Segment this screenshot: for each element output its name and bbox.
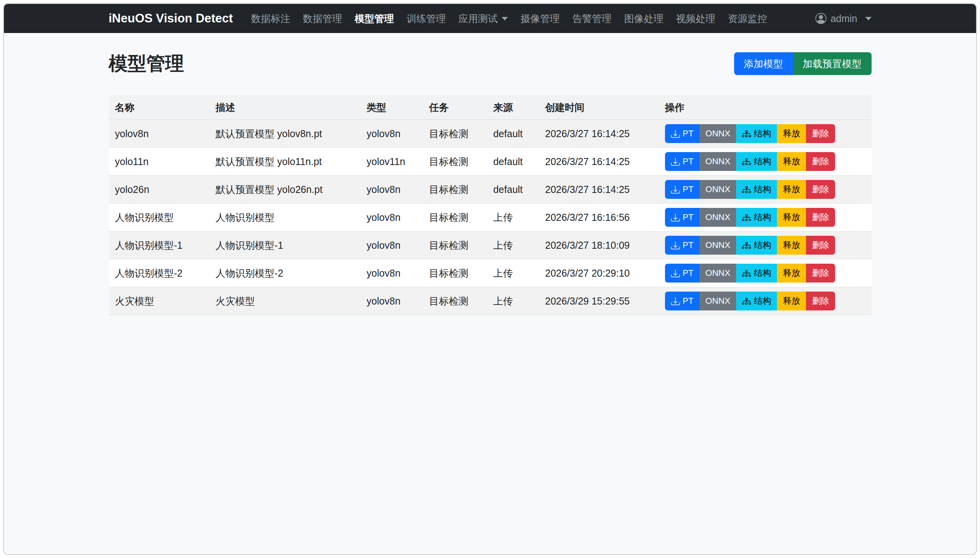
cell-created: 2026/3/27 18:10:09 — [539, 231, 659, 259]
download-pt-button[interactable]: PT — [665, 124, 700, 143]
diagram-icon — [742, 185, 751, 194]
nav-item-resource-monitoring[interactable]: 资源监控 — [722, 12, 773, 25]
delete-button[interactable]: 删除 — [806, 292, 835, 310]
structure-button[interactable]: 结构 — [736, 264, 777, 283]
navbar-container: iNeuOS Vision Detect 数据标注数据管理模型管理训练管理应用测… — [109, 4, 872, 33]
user-menu[interactable]: admin — [815, 13, 871, 24]
cell-name: 人物识别模型 — [109, 204, 209, 231]
release-button[interactable]: 释放 — [777, 124, 806, 143]
button-label: 删除 — [812, 239, 829, 251]
row-actions-group: PTONNX结构释放删除 — [665, 152, 835, 171]
table-row: 人物识别模型-2人物识别模型-2yolov8n目标检测上传2026/3/27 2… — [109, 259, 872, 287]
button-label: 释放 — [783, 211, 800, 223]
delete-button[interactable]: 删除 — [806, 208, 835, 227]
cell-task: 目标检测 — [423, 259, 487, 287]
cell-created: 2026/3/27 16:16:56 — [539, 204, 659, 231]
cell-created: 2026/3/27 16:14:25 — [539, 148, 659, 176]
download-pt-button[interactable]: PT — [665, 180, 700, 199]
delete-button[interactable]: 删除 — [806, 264, 835, 283]
cell-type: yolov11n — [360, 148, 423, 176]
delete-button[interactable]: 删除 — [806, 152, 835, 171]
table-row: yolo11n默认预置模型 yolo11n.ptyolov11n目标检测defa… — [109, 148, 872, 176]
cell-task: 目标检测 — [423, 287, 487, 315]
cell-actions: PTONNX结构释放删除 — [659, 259, 872, 287]
nav-item-training-management[interactable]: 训练管理 — [400, 12, 452, 25]
cell-task: 目标检测 — [423, 176, 487, 204]
release-button[interactable]: 释放 — [777, 264, 806, 283]
nav-item-model-management[interactable]: 模型管理 — [348, 12, 400, 25]
cell-source: 上传 — [487, 259, 539, 287]
cell-desc: 默认预置模型 yolo11n.pt — [209, 148, 361, 176]
nav-item-data-annotation[interactable]: 数据标注 — [245, 12, 297, 25]
row-actions-group: PTONNX结构释放删除 — [665, 292, 835, 310]
onnx-button[interactable]: ONNX — [700, 264, 736, 283]
download-pt-button[interactable]: PT — [665, 208, 700, 227]
button-label: ONNX — [705, 212, 731, 222]
button-label: ONNX — [705, 240, 731, 250]
onnx-button[interactable]: ONNX — [700, 236, 736, 255]
download-icon — [671, 185, 680, 194]
header-row: 名称描述类型任务来源创建时间操作 — [109, 95, 872, 120]
download-pt-button[interactable]: PT — [665, 152, 700, 171]
cell-name: 火灾模型 — [109, 287, 209, 315]
cell-name: yolo11n — [109, 148, 209, 176]
diagram-icon — [742, 241, 751, 250]
download-pt-button[interactable]: PT — [665, 264, 700, 283]
download-icon — [671, 269, 680, 278]
button-label: ONNX — [705, 184, 731, 195]
button-label: 释放 — [783, 128, 800, 140]
download-icon — [671, 213, 680, 222]
onnx-button[interactable]: ONNX — [700, 292, 736, 310]
nav-item-image-processing[interactable]: 图像处理 — [618, 12, 670, 25]
release-button[interactable]: 释放 — [777, 292, 806, 310]
delete-button[interactable]: 删除 — [806, 180, 835, 199]
cell-name: 人物识别模型-2 — [109, 259, 209, 287]
button-label: ONNX — [705, 128, 731, 139]
cell-type: yolov8n — [360, 204, 423, 231]
button-label: 释放 — [783, 295, 800, 307]
structure-button[interactable]: 结构 — [736, 292, 777, 310]
cell-type: yolov8n — [360, 176, 423, 204]
diagram-icon — [742, 297, 751, 306]
nav-item-video-processing[interactable]: 视频处理 — [670, 12, 722, 25]
release-button[interactable]: 释放 — [777, 152, 806, 171]
model-table-body: yolov8n默认预置模型 yolov8n.ptyolov8n目标检测defau… — [109, 120, 872, 315]
release-button[interactable]: 释放 — [777, 208, 806, 227]
release-button[interactable]: 释放 — [777, 180, 806, 199]
button-label: 结构 — [754, 295, 771, 307]
load-preset-model-button[interactable]: 加载预置模型 — [793, 52, 872, 75]
structure-button[interactable]: 结构 — [736, 124, 777, 143]
onnx-button[interactable]: ONNX — [700, 180, 736, 199]
cell-actions: PTONNX结构释放删除 — [659, 287, 872, 315]
nav-item-camera-management[interactable]: 摄像管理 — [514, 12, 566, 25]
delete-button[interactable]: 删除 — [806, 124, 835, 143]
structure-button[interactable]: 结构 — [736, 208, 777, 227]
onnx-button[interactable]: ONNX — [700, 208, 736, 227]
button-label: 释放 — [783, 184, 800, 195]
onnx-button[interactable]: ONNX — [700, 124, 736, 143]
download-icon — [671, 241, 680, 250]
cell-type: yolov8n — [360, 287, 423, 315]
structure-button[interactable]: 结构 — [736, 152, 777, 171]
release-button[interactable]: 释放 — [777, 236, 806, 255]
button-label: ONNX — [705, 296, 731, 306]
add-model-button[interactable]: 添加模型 — [734, 52, 793, 75]
nav-item-application-test[interactable]: 应用测试 — [452, 12, 514, 25]
structure-button[interactable]: 结构 — [736, 236, 777, 255]
nav-item-alarm-management[interactable]: 告警管理 — [566, 12, 618, 25]
model-table-head: 名称描述类型任务来源创建时间操作 — [109, 95, 872, 120]
column-header-created: 创建时间 — [539, 95, 659, 120]
user-name: admin — [830, 13, 857, 24]
download-icon — [671, 157, 680, 166]
download-pt-button[interactable]: PT — [665, 292, 700, 310]
cell-name: yolov8n — [109, 120, 209, 148]
download-pt-button[interactable]: PT — [665, 236, 700, 255]
diagram-icon — [742, 213, 751, 222]
nav-item-data-management[interactable]: 数据管理 — [297, 12, 348, 25]
onnx-button[interactable]: ONNX — [700, 152, 736, 171]
button-label: PT — [683, 128, 694, 139]
structure-button[interactable]: 结构 — [736, 180, 777, 199]
column-header-desc: 描述 — [209, 95, 361, 120]
cell-created: 2026/3/27 16:14:25 — [539, 120, 659, 148]
delete-button[interactable]: 删除 — [806, 236, 835, 255]
